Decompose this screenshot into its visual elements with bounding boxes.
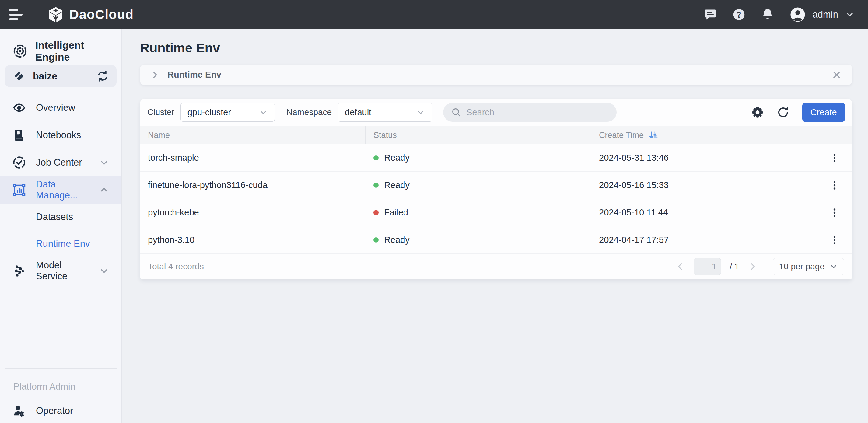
cell-name: finetune-lora-python3116-cuda bbox=[140, 180, 366, 190]
topbar: DaoCloud ? bbox=[0, 0, 868, 29]
cell-status: Ready bbox=[366, 180, 591, 190]
namespace-select[interactable]: default bbox=[338, 103, 432, 122]
sidebar: Intelligent Engine baize bbox=[0, 29, 122, 423]
user-menu[interactable]: admin bbox=[789, 6, 855, 23]
bell-icon[interactable] bbox=[761, 8, 774, 21]
brand: DaoCloud bbox=[48, 6, 134, 23]
namespace-select-value: default bbox=[345, 108, 371, 118]
sidebar-subitem-runtime-env[interactable]: Runtime Env bbox=[0, 230, 121, 257]
cell-name: python-3.10 bbox=[140, 235, 366, 245]
workspace-swap-icon[interactable] bbox=[96, 70, 108, 82]
chevron-right-icon[interactable] bbox=[748, 262, 757, 271]
status-label: Failed bbox=[384, 208, 408, 218]
total-records: Total 4 records bbox=[148, 262, 204, 271]
chevron-right-icon[interactable] bbox=[150, 70, 159, 80]
cell-create-time: 2024-04-17 17:57 bbox=[591, 235, 817, 245]
sidebar-item-overview[interactable]: Overview bbox=[0, 94, 121, 121]
close-icon[interactable] bbox=[832, 70, 842, 80]
chat-icon[interactable] bbox=[704, 8, 717, 21]
sidebar-item-model-service[interactable]: Model Service bbox=[0, 257, 121, 284]
module-title: Intelligent Engine bbox=[35, 39, 121, 63]
column-header-name[interactable]: Name bbox=[140, 126, 366, 144]
cell-status: Failed bbox=[366, 208, 591, 218]
chevron-down-icon bbox=[829, 262, 838, 271]
cell-create-time: 2024-05-31 13:46 bbox=[591, 153, 817, 163]
sidebar-item-label: Notebooks bbox=[36, 130, 81, 141]
job-center-icon bbox=[12, 155, 26, 170]
column-header-create-time[interactable]: Create Time bbox=[591, 126, 817, 144]
sidebar-item-label: Operator bbox=[36, 405, 73, 416]
sidebar-subitem-datasets[interactable]: Datasets bbox=[0, 204, 121, 230]
sidebar-bottom: Platform Admin bbox=[0, 368, 121, 423]
table-row[interactable]: python-3.10 Ready 2024-04-17 17:57 bbox=[140, 226, 852, 254]
page-number-input[interactable] bbox=[693, 258, 721, 275]
operator-icon bbox=[12, 404, 26, 418]
brand-name: DaoCloud bbox=[69, 7, 134, 22]
per-page-value: 10 per page bbox=[779, 262, 825, 271]
status-label: Ready bbox=[384, 235, 410, 245]
column-header-label: Create Time bbox=[599, 130, 644, 140]
kebab-menu-icon[interactable] bbox=[827, 233, 842, 247]
gear-icon[interactable] bbox=[751, 106, 764, 119]
help-icon[interactable]: ? bbox=[732, 8, 746, 21]
cluster-select[interactable]: gpu-cluster bbox=[181, 103, 275, 122]
table-row[interactable]: pytorch-kebe Failed 2024-05-10 11:44 bbox=[140, 199, 852, 226]
sidebar-item-label: Runtime Env bbox=[36, 238, 90, 249]
status-dot bbox=[373, 210, 379, 215]
pagination: / 1 10 per page bbox=[675, 258, 844, 275]
cluster-select-value: gpu-cluster bbox=[187, 108, 231, 118]
cell-create-time: 2024-05-16 15:33 bbox=[591, 180, 817, 190]
collapse-panel-title: Runtime Env bbox=[167, 70, 221, 80]
sidebar-item-job-center[interactable]: Job Center bbox=[0, 149, 121, 176]
cell-status: Ready bbox=[366, 153, 591, 163]
per-page-select[interactable]: 10 per page bbox=[773, 258, 844, 275]
sidebar-item-data-manage[interactable]: Data Manage... bbox=[0, 176, 121, 204]
search-icon bbox=[451, 107, 461, 118]
search-box bbox=[443, 103, 617, 122]
workspace-name: baize bbox=[33, 70, 57, 82]
kebab-menu-icon[interactable] bbox=[827, 205, 842, 220]
table-row[interactable]: torch-smaple Ready 2024-05-31 13:46 bbox=[140, 144, 852, 172]
sidebar-item-label: Data Manage... bbox=[36, 179, 89, 201]
sort-desc-icon[interactable] bbox=[648, 130, 658, 140]
sidebar-item-label: Overview bbox=[36, 102, 75, 113]
sidebar-item-label: Datasets bbox=[36, 212, 73, 222]
intelligent-engine-icon bbox=[13, 44, 27, 58]
status-dot bbox=[373, 183, 379, 188]
hamburger-icon[interactable] bbox=[9, 6, 23, 23]
sidebar-item-notebooks[interactable]: Notebooks bbox=[0, 121, 121, 149]
sidebar-item-label: Model Service bbox=[36, 260, 89, 282]
chevron-left-icon[interactable] bbox=[675, 262, 685, 271]
chevron-down-icon bbox=[99, 266, 109, 276]
chevron-up-icon bbox=[99, 185, 109, 195]
namespace-label: Namespace bbox=[286, 108, 332, 117]
chevron-down-icon bbox=[845, 10, 855, 20]
daocloud-logo-icon bbox=[48, 6, 64, 23]
refresh-icon[interactable] bbox=[777, 106, 789, 119]
page-title: Runtime Env bbox=[140, 40, 868, 55]
cell-name: pytorch-kebe bbox=[140, 208, 366, 218]
kebab-menu-icon[interactable] bbox=[827, 178, 842, 193]
cell-create-time: 2024-05-10 11:44 bbox=[591, 208, 817, 218]
workspace-icon bbox=[13, 70, 26, 83]
table-header: Name Status Create Time bbox=[140, 126, 852, 144]
runtime-env-card: Cluster gpu-cluster Namespace default bbox=[140, 99, 852, 279]
chevron-down-icon bbox=[99, 157, 109, 168]
sidebar-item-operator[interactable]: Operator bbox=[0, 397, 121, 423]
data-manage-icon bbox=[12, 183, 26, 197]
search-input[interactable] bbox=[466, 108, 600, 118]
status-dot bbox=[373, 155, 379, 160]
column-header-status[interactable]: Status bbox=[366, 126, 591, 144]
column-header-actions bbox=[817, 126, 852, 144]
sidebar-item-label: Job Center bbox=[36, 157, 82, 168]
table-row[interactable]: finetune-lora-python3116-cuda Ready 2024… bbox=[140, 172, 852, 199]
cell-status: Ready bbox=[366, 235, 591, 245]
model-service-icon bbox=[12, 264, 26, 278]
workspace-selector[interactable]: baize bbox=[5, 65, 117, 87]
collapse-panel[interactable]: Runtime Env bbox=[140, 64, 852, 85]
cell-name: torch-smaple bbox=[140, 153, 366, 163]
table-toolbar: Cluster gpu-cluster Namespace default bbox=[140, 99, 852, 126]
status-dot bbox=[373, 237, 379, 243]
kebab-menu-icon[interactable] bbox=[827, 151, 842, 165]
create-button[interactable]: Create bbox=[802, 102, 845, 122]
